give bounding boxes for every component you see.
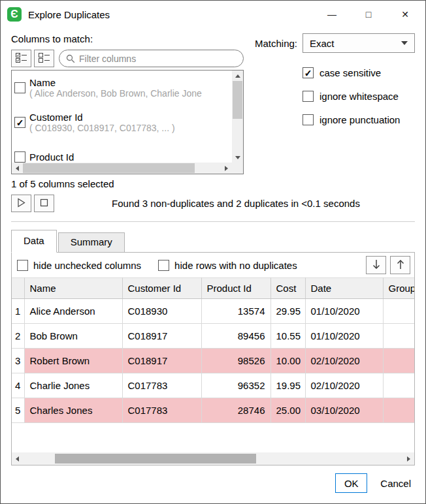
cell-cost[interactable]: 25.00 xyxy=(270,398,305,423)
column-item-name[interactable]: Name ( Alice Anderson, Bob Brown, Charli… xyxy=(12,71,232,105)
columns-list-horizontal-scrollbar[interactable] xyxy=(12,163,232,174)
ok-button[interactable]: OK xyxy=(335,473,367,493)
table-row[interactable]: 1 Alice Anderson C018930 13574 29.95 01/… xyxy=(12,299,414,324)
col-header-name[interactable]: Name xyxy=(24,278,122,299)
separator xyxy=(11,221,415,222)
cell-group[interactable] xyxy=(383,299,414,324)
row-number[interactable]: 2 xyxy=(12,324,24,349)
hide-no-duplicate-rows-checkbox[interactable] xyxy=(158,260,169,271)
checklist-icon xyxy=(16,52,27,65)
run-button[interactable] xyxy=(11,195,31,212)
table-row[interactable]: 5 Charles Jones C017783 28746 25.00 03/1… xyxy=(12,398,414,423)
cell-product-id[interactable]: 89456 xyxy=(201,324,270,349)
cell-cost[interactable]: 10.55 xyxy=(270,324,305,349)
horizontal-scroll-thumb[interactable] xyxy=(55,454,256,464)
cell-product-id[interactable]: 28746 xyxy=(201,398,270,423)
cell-name[interactable]: Charles Jones xyxy=(24,398,122,423)
cell-customer-id[interactable]: C018917 xyxy=(122,349,201,373)
window-title: Explore Duplicates xyxy=(28,9,110,20)
filter-columns-field[interactable] xyxy=(59,50,244,67)
hide-unchecked-columns-checkbox[interactable] xyxy=(17,260,28,271)
scroll-up-icon[interactable] xyxy=(232,71,243,81)
col-header-group[interactable]: Group xyxy=(383,278,414,299)
table-row[interactable]: 3 Robert Brown C018917 98526 10.00 02/10… xyxy=(12,349,414,373)
stop-button[interactable] xyxy=(34,195,54,212)
ignore-punctuation-option[interactable]: ignore punctuation xyxy=(303,114,415,125)
col-header-date[interactable]: Date xyxy=(305,278,383,299)
col-header-customer-id[interactable]: Customer Id xyxy=(122,278,201,299)
minimize-button[interactable]: — xyxy=(322,5,342,24)
table-horizontal-scrollbar[interactable] xyxy=(12,452,414,465)
hide-unchecked-columns-option[interactable]: hide unchecked columns xyxy=(17,260,141,271)
column-product-id-checkbox[interactable] xyxy=(14,151,25,163)
cell-cost[interactable]: 19.95 xyxy=(270,373,305,398)
scroll-down-icon[interactable] xyxy=(232,152,243,163)
columns-list: Name ( Alice Anderson, Bob Brown, Charli… xyxy=(11,70,244,174)
column-name-checkbox[interactable] xyxy=(14,82,25,93)
tab-summary[interactable]: Summary xyxy=(58,232,125,253)
scroll-left-icon[interactable] xyxy=(12,163,23,174)
column-customer-id-checkbox[interactable]: ✓ xyxy=(14,117,25,128)
case-sensitive-checkbox[interactable]: ✓ xyxy=(303,67,314,78)
tab-data[interactable]: Data xyxy=(11,230,57,253)
col-header-product-id[interactable]: Product Id xyxy=(201,278,270,299)
check-all-columns-button[interactable] xyxy=(11,50,31,67)
app-icon: Є xyxy=(7,7,22,22)
cell-name[interactable]: Charlie Jones xyxy=(24,373,122,398)
cell-group[interactable] xyxy=(383,324,414,349)
table-row[interactable]: 4 Charlie Jones C017783 96352 19.95 02/1… xyxy=(12,373,414,398)
cell-product-id[interactable]: 98526 xyxy=(201,349,270,373)
cell-customer-id[interactable]: C017783 xyxy=(122,373,201,398)
filter-columns-input[interactable] xyxy=(79,54,237,64)
cell-cost[interactable]: 10.00 xyxy=(270,349,305,373)
matching-dropdown[interactable]: Exact xyxy=(303,33,415,53)
row-number[interactable]: 3 xyxy=(12,349,24,373)
cell-name[interactable]: Robert Brown xyxy=(24,349,122,373)
cell-product-id[interactable]: 96352 xyxy=(201,373,270,398)
next-duplicate-button[interactable] xyxy=(366,256,386,274)
cell-group[interactable] xyxy=(383,398,414,423)
case-sensitive-option[interactable]: ✓ case sensitive xyxy=(303,67,415,78)
scroll-left-icon[interactable] xyxy=(12,454,23,464)
selection-summary: 1 of 5 columns selected xyxy=(11,178,244,189)
uncheck-all-columns-button[interactable] xyxy=(34,50,54,67)
col-header-cost[interactable]: Cost xyxy=(270,278,305,299)
title-bar: Є Explore Duplicates — □ ✕ xyxy=(1,1,425,28)
stop-icon xyxy=(40,198,48,209)
row-number[interactable]: 1 xyxy=(12,299,24,324)
ignore-whitespace-option[interactable]: ignore whitespace xyxy=(303,91,415,102)
cell-date[interactable]: 01/10/2020 xyxy=(305,324,383,349)
cell-customer-id[interactable]: C017783 xyxy=(122,398,201,423)
scroll-right-icon[interactable] xyxy=(403,454,414,464)
cell-date[interactable]: 02/10/2020 xyxy=(305,349,383,373)
ignore-whitespace-label: ignore whitespace xyxy=(320,91,399,102)
cell-name[interactable]: Bob Brown xyxy=(24,324,122,349)
row-number[interactable]: 4 xyxy=(12,373,24,398)
columns-list-vertical-scrollbar[interactable] xyxy=(232,71,243,163)
column-item-customer-id[interactable]: ✓ Customer Id ( C018930, C018917, C01778… xyxy=(12,105,232,140)
cell-group[interactable] xyxy=(383,373,414,398)
column-item-product-id[interactable]: Product Id xyxy=(12,140,232,163)
duplicates-table: Name Customer Id Product Id Cost Date Gr… xyxy=(12,277,414,423)
cell-group[interactable] xyxy=(383,349,414,373)
cell-date[interactable]: 01/10/2020 xyxy=(305,299,383,324)
scroll-right-icon[interactable] xyxy=(221,163,232,174)
cell-customer-id[interactable]: C018930 xyxy=(122,299,201,324)
maximize-button[interactable]: □ xyxy=(359,5,378,24)
cancel-button[interactable]: Cancel xyxy=(376,473,415,493)
vertical-scroll-thumb[interactable] xyxy=(233,81,242,119)
cell-date[interactable]: 03/10/2020 xyxy=(305,398,383,423)
cell-date[interactable]: 02/10/2020 xyxy=(305,373,383,398)
previous-duplicate-button[interactable] xyxy=(390,256,410,274)
cell-product-id[interactable]: 13574 xyxy=(201,299,270,324)
cell-name[interactable]: Alice Anderson xyxy=(24,299,122,324)
ignore-punctuation-checkbox[interactable] xyxy=(303,114,314,125)
row-number[interactable]: 5 xyxy=(12,398,24,423)
close-button[interactable]: ✕ xyxy=(395,5,415,24)
hide-no-duplicate-rows-option[interactable]: hide rows with no duplicates xyxy=(158,260,297,271)
horizontal-scroll-thumb[interactable] xyxy=(23,163,195,173)
cell-cost[interactable]: 29.95 xyxy=(270,299,305,324)
cell-customer-id[interactable]: C018917 xyxy=(122,324,201,349)
table-row[interactable]: 2 Bob Brown C018917 89456 10.55 01/10/20… xyxy=(12,324,414,349)
ignore-whitespace-checkbox[interactable] xyxy=(303,91,314,102)
